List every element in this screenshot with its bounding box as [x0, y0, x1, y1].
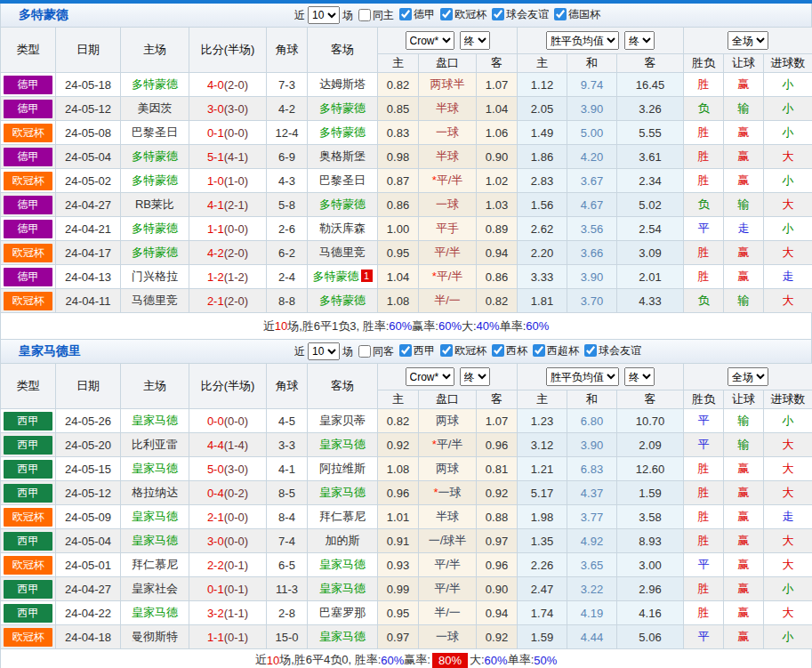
same-side-checkbox[interactable] [358, 9, 371, 21]
scope-group-header: 全场 [684, 28, 812, 54]
col-header-avg-draw: 和 [567, 54, 617, 73]
match-score: 2-1(2-0) [189, 289, 267, 313]
odds-home: 0.98 [378, 145, 419, 169]
col-header-handicap-result: 让球 [724, 54, 764, 73]
avg-away: 3.58 [617, 505, 684, 529]
odds-home: 1.01 [378, 505, 419, 529]
league-filter[interactable]: 西超杯 [527, 343, 579, 358]
corner-score: 4-3 [267, 169, 308, 193]
handicap-value: 半球 [419, 145, 477, 169]
league-checkbox[interactable] [440, 8, 453, 20]
away-team-cell: 皇家马德 [308, 625, 378, 649]
avg-draw: 3.66 [567, 241, 617, 265]
league-type-cell: 欧冠杯 [1, 121, 56, 145]
team-title-link[interactable]: 多特蒙德 [19, 7, 68, 23]
odds-away: 0.89 [477, 217, 518, 241]
odds-away: 0.81 [477, 457, 518, 481]
league-checkbox[interactable] [584, 344, 597, 357]
result-outcome: 胜 [684, 505, 724, 529]
match-score: 3-0(0-0) [189, 529, 267, 553]
col-header-corner: 角球 [267, 364, 308, 409]
odds-home: 0.96 [378, 481, 419, 505]
league-filter[interactable]: 西甲 [394, 343, 435, 358]
league-checkbox[interactable] [492, 8, 504, 20]
league-checkbox[interactable] [492, 344, 504, 357]
away-team-cell: 奥格斯堡 [308, 145, 378, 169]
handicap-outcome: 赢 [724, 529, 764, 553]
home-team-cell: 多特蒙德 [121, 145, 189, 169]
avg-stage-select[interactable]: 终 [624, 367, 655, 386]
avg-type-select[interactable]: 胜平负均值 [546, 31, 619, 50]
result-outcome: 平 [684, 217, 724, 241]
match-date: 24-05-12 [56, 97, 121, 121]
odds-company-select[interactable]: Crow* [406, 31, 454, 50]
league-checkbox[interactable] [554, 8, 567, 20]
league-filter[interactable]: 欧冠杯 [435, 7, 486, 22]
odds-away: 1.06 [477, 121, 518, 145]
handicap-outcome: 赢 [724, 505, 764, 529]
odds-home: 0.91 [378, 529, 419, 553]
odds-stage-select[interactable]: 终 [460, 367, 490, 386]
league-filter[interactable]: 西杯 [486, 343, 527, 358]
match-row: 德甲24-05-18多特蒙德4-0(2-0)7-3达姆斯塔0.82两球半1.07… [1, 73, 812, 97]
result-outcome: 平 [684, 409, 724, 433]
scope-select[interactable]: 全场 [728, 367, 768, 386]
goals-outcome: 大 [764, 289, 812, 313]
recent-games-select[interactable]: 10 [308, 342, 340, 360]
avg-home: 1.23 [518, 409, 567, 433]
odds-away: 0.86 [477, 265, 518, 289]
goals-outcome: 大 [764, 481, 812, 505]
away-team-cell: 多特蒙德 [308, 97, 378, 121]
home-team-cell: 美因茨 [121, 97, 189, 121]
odds-home: 1.08 [378, 289, 419, 313]
corner-score: 11-3 [267, 577, 308, 601]
odds-away: 0.96 [477, 433, 518, 457]
league-filter[interactable]: 德甲 [394, 7, 435, 22]
corner-score: 12-4 [267, 121, 308, 145]
match-score: 3-0(3-0) [189, 97, 267, 121]
league-badge: 德甲 [4, 268, 52, 286]
league-checkbox[interactable] [399, 8, 412, 20]
avg-draw: 3.90 [567, 433, 617, 457]
league-filter[interactable]: 球会友谊 [579, 343, 641, 358]
recent-games-select[interactable]: 10 [308, 6, 340, 24]
home-team-cell: 皇家马德 [121, 457, 189, 481]
match-row: 欧冠杯24-04-11马德里竞2-1(2-0)8-8多特蒙德1.08半/一0.8… [1, 289, 812, 313]
same-side-filter[interactable]: 同客 [353, 344, 394, 359]
league-filter[interactable]: 德国杯 [549, 7, 600, 22]
corner-score: 8-4 [267, 505, 308, 529]
league-filter-label: 德国杯 [568, 7, 600, 22]
avg-type-select[interactable]: 胜平负均值 [546, 367, 619, 386]
result-outcome: 胜 [684, 481, 724, 505]
away-team-cell: 达姆斯塔 [308, 73, 378, 97]
home-team: 多特蒙德 [132, 77, 178, 91]
match-score: 0-4(0-2) [189, 481, 267, 505]
col-header-handicap: 盘口 [419, 54, 477, 73]
away-team-cell: 巴塞罗那 [308, 601, 378, 625]
odds-home: 0.82 [378, 409, 419, 433]
league-checkbox[interactable] [533, 344, 545, 357]
league-checkbox[interactable] [440, 344, 453, 357]
league-type-cell: 德甲 [1, 217, 56, 241]
league-filter[interactable]: 球会友谊 [486, 7, 549, 22]
scope-select[interactable]: 全场 [728, 31, 768, 50]
odds-company-select[interactable]: Crow* [406, 367, 454, 386]
league-checkbox[interactable] [399, 344, 412, 357]
same-side-filter[interactable]: 同主 [353, 8, 394, 23]
section-titlebar: 多特蒙德 近 10 场 同主 德甲欧冠杯球会友谊德国杯 [0, 4, 812, 27]
match-score: 2-1(0-0) [189, 505, 267, 529]
odds-away: 0.92 [477, 625, 518, 649]
league-type-cell: 西甲 [1, 409, 56, 433]
avg-draw: 4.44 [567, 625, 617, 649]
odds-stage-select[interactable]: 终 [460, 31, 490, 50]
match-score: 2-2(0-1) [189, 553, 267, 577]
same-side-checkbox[interactable] [358, 345, 371, 358]
corner-score: 7-3 [267, 73, 308, 97]
handicap-outcome: 赢 [724, 145, 764, 169]
away-team: 马德里竞 [319, 245, 366, 259]
result-outcome: 平 [684, 433, 724, 457]
team-title-link[interactable]: 皇家马德里 [19, 343, 81, 359]
result-outcome: 胜 [684, 529, 724, 553]
avg-stage-select[interactable]: 终 [624, 31, 655, 50]
league-filter[interactable]: 欧冠杯 [435, 343, 486, 358]
